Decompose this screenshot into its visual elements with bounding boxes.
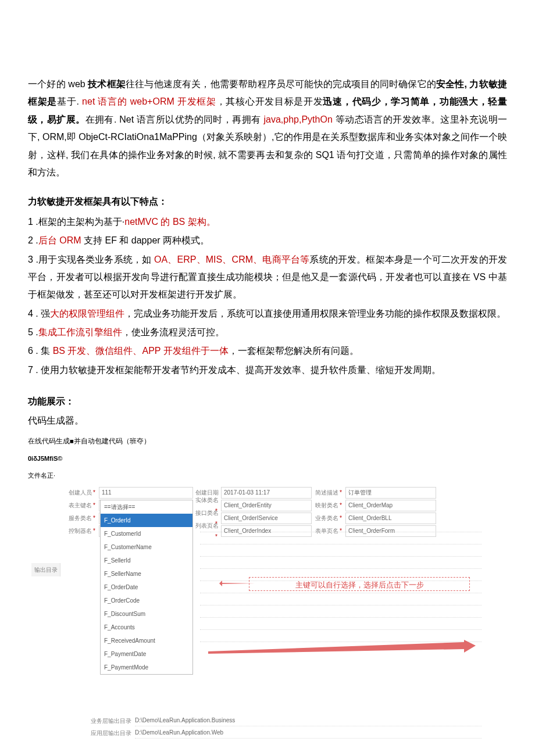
- label-creator: 创建人员*: [63, 487, 99, 498]
- demo-sub: 代码生成器。: [28, 412, 507, 429]
- feature-6: 6 . 集 BS 开发、微信组件、APP 开发组件于一体，一套框架帮您解决所有问…: [28, 342, 507, 360]
- feature-3: 3 .用于实现各类业务系统，如 OA、ERP、MIS、CRM、电商平台等系统的开…: [28, 251, 507, 304]
- arrow-left-icon: [220, 583, 255, 584]
- iservice-field[interactable]: Client_OrderIService: [221, 513, 312, 524]
- dropdown-item[interactable]: F_PaymentMode: [101, 661, 192, 674]
- annotation-text: 主键可以自行选择，选择后点击下一步: [295, 578, 424, 593]
- dropdown-item[interactable]: F_OrderDate: [101, 581, 192, 594]
- output-row: 业务层输出目录D:\Demo\LeaRun.Application.Busine…: [63, 715, 482, 727]
- caption-2: 0iδJ5MfiS©: [28, 453, 507, 465]
- dropdown-item[interactable]: F_CustomerName: [101, 540, 192, 554]
- label-map: 映射类名*: [312, 500, 345, 511]
- dropdown-item[interactable]: ==请选择==: [101, 500, 192, 514]
- pk-dropdown[interactable]: ==请选择==F_OrderIdF_CustomerIdF_CustomerNa…: [100, 500, 193, 675]
- output-value[interactable]: D:\Demo\LeaRun.Application.Web: [135, 727, 482, 739]
- dropdown-item[interactable]: F_DiscountSum: [101, 607, 192, 621]
- index-field[interactable]: Client_OrderIndex: [221, 525, 312, 537]
- dropdown-item[interactable]: F_CustomerId: [101, 527, 192, 540]
- map-field[interactable]: Client_OrderMap: [345, 500, 436, 511]
- dropdown-item[interactable]: F_SellerId: [101, 554, 192, 567]
- label-bll: 业务类名*: [312, 513, 345, 524]
- feature-4: 4 . 强大的权限管理组件，完成业务功能开发后，系统可以直接使用通用权限来管理业…: [28, 305, 507, 323]
- label-formpage: 表单页名*: [312, 525, 345, 536]
- feature-2: 2 .后台 ORM 支持 EF 和 dapper 两种模式。: [28, 232, 507, 249]
- label-index: 列表页名*: [193, 520, 221, 542]
- label-controller: 控制器名*: [63, 525, 99, 536]
- dropdown-item[interactable]: F_PaymentDate: [101, 647, 192, 661]
- output-value[interactable]: D:\Demo\LeaRun.Application.Business: [135, 715, 482, 726]
- code-generator-form: 创建人员* 111 创建日期 2017-01-03 11:17 简述描述* 订单…: [63, 486, 482, 739]
- dropdown-item[interactable]: F_ReceivedAmount: [101, 634, 192, 647]
- demo-heading: 功能展示：: [28, 393, 507, 410]
- feature-1: 1 .框架的主架构为基于·netMVC 的 BS 架构。: [28, 213, 507, 231]
- caption-1: 在线代码生成■并自动包建代码（班夺）: [28, 435, 507, 448]
- output-label: 应用层输出目录: [63, 728, 135, 739]
- entity-field[interactable]: Client_OrderEntity: [221, 500, 312, 511]
- feature-7: 7 . 使用力软敏捷开发框架能帮开发者节约开发成本、提高开发效率、提升软件质量、…: [28, 361, 507, 379]
- feature-5: 5 .集成工作流引擎组件，使业务流程灵活可控。: [28, 324, 507, 341]
- caption-3: 文件名正·: [28, 470, 507, 482]
- label-description: 简述描述*: [312, 487, 345, 498]
- output-label: 业务层输出目录: [63, 715, 135, 726]
- dropdown-item[interactable]: F_OrderCode: [101, 594, 192, 607]
- formpage-field[interactable]: Client_OrderForm: [345, 525, 436, 537]
- intro-paragraph: 一个好的 web 技术框架往往与他速度有关，他需要帮助程序员尽可能快的完成项目的…: [28, 76, 507, 181]
- dropdown-item[interactable]: F_Accounts: [101, 621, 192, 634]
- label-pk: 表主键名*: [63, 500, 99, 511]
- creator-field[interactable]: 111: [99, 487, 193, 499]
- output-section-label: 输出目录: [31, 563, 60, 576]
- dropdown-item[interactable]: F_OrderId: [101, 514, 192, 527]
- description-field[interactable]: 订单管理: [345, 487, 436, 499]
- features-heading: 力软敏捷开发框架具有以下特点：: [28, 193, 507, 210]
- form-row-creator: 创建人员* 111 创建日期 2017-01-03 11:17 简述描述* 订单…: [63, 486, 482, 499]
- bll-field[interactable]: Client_OrderBLL: [345, 513, 436, 524]
- dropdown-item[interactable]: F_SellerName: [101, 567, 192, 581]
- label-service: 服务类名*: [63, 513, 99, 524]
- create-date-field[interactable]: 2017-01-03 11:17: [221, 487, 312, 499]
- output-row: 应用层输出目录D:\Demo\LeaRun.Application.Web: [63, 727, 482, 739]
